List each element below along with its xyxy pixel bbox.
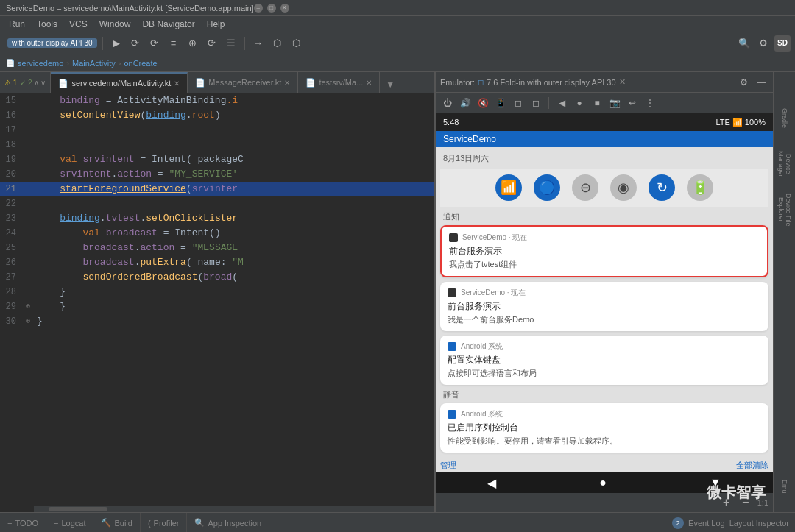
emu-rotate-btn[interactable]: 📱: [493, 96, 508, 110]
emu-stop-btn[interactable]: ●: [572, 96, 587, 110]
toolbar-device2-btn[interactable]: ⬡: [289, 35, 305, 52]
emulator-close-icon[interactable]: ✕: [619, 77, 626, 87]
editor-line-25: 25 broadcast.action = "MESSAGE: [0, 241, 434, 255]
editor-line-22: 22: [0, 196, 434, 211]
layout-inspector-label[interactable]: Layout Inspector: [729, 519, 789, 528]
bottom-tab-profiler[interactable]: ( Profiler: [141, 513, 188, 533]
emu-square-btn[interactable]: ■: [590, 96, 604, 110]
qs-rotate[interactable]: ↻: [649, 174, 675, 201]
close-button[interactable]: ✕: [280, 4, 289, 13]
menu-db-navigator[interactable]: DB Navigator: [136, 18, 200, 31]
emu-undo-btn[interactable]: ↩: [625, 96, 640, 110]
sidebar-tool-gradle[interactable]: Gradle: [775, 96, 794, 141]
toolbar-search-btn[interactable]: 🔍: [736, 35, 752, 52]
emu-screenshot-btn[interactable]: 📷: [607, 96, 622, 110]
bottom-tab-build[interactable]: 🔨 Build: [93, 513, 140, 533]
toolbar-run-btn[interactable]: ▶: [108, 35, 124, 52]
editor-scrollbar[interactable]: [34, 506, 434, 512]
qs-bluetooth[interactable]: 🔵: [534, 174, 560, 201]
notif-body-3: 点按即可选择语言和布局: [448, 368, 761, 379]
toolbar-close-btn[interactable]: SD: [774, 35, 791, 52]
logcat-label: Logcat: [61, 519, 85, 528]
tab-close-mainactivity[interactable]: ✕: [174, 79, 180, 88]
sidebar-tool-emulator[interactable]: Emul: [775, 465, 794, 509]
toolbar-sync3-btn[interactable]: ⟳: [204, 35, 220, 52]
bottom-tab-bar: ≡ TODO ≡ Logcat 🔨 Build ( Profiler 🔍 App…: [0, 512, 795, 532]
emu-zoom-add-btn[interactable]: +: [719, 495, 734, 510]
emulator-settings-btn[interactable]: ⚙: [736, 75, 751, 90]
qs-battery[interactable]: 🔋: [687, 174, 713, 201]
menu-tools[interactable]: Tools: [31, 18, 63, 31]
maximize-button[interactable]: □: [267, 4, 276, 13]
tab-close-messagereceiver[interactable]: ✕: [284, 79, 290, 87]
qs-flashlight[interactable]: ◉: [610, 174, 637, 201]
event-log-label[interactable]: Event Log: [688, 519, 725, 528]
emulator-label: Emulator:: [440, 78, 475, 87]
silent-notif-icon-1: [448, 410, 456, 419]
emu-back-btn[interactable]: ◀: [554, 96, 569, 110]
nav-home-btn[interactable]: ●: [599, 476, 607, 489]
emu-fold-btn[interactable]: ◻: [511, 96, 526, 110]
android-app-header: ServiceDemo: [436, 131, 773, 147]
toolbar-separator-2: [244, 37, 245, 50]
emu-vol-up-btn[interactable]: 🔊: [458, 96, 473, 110]
tab-close-testsrv[interactable]: ✕: [366, 79, 372, 87]
notification-card-3[interactable]: Android 系统 配置实体键盘 点按即可选择语言和布局: [440, 336, 768, 385]
notification-panel[interactable]: 8月13日周六 📶 🔵 ⊖ ◉ ↻ 🔋 通知 ServiceDemo ·: [436, 147, 773, 472]
toolbar-device-btn[interactable]: ⬡: [269, 35, 286, 52]
qs-wifi[interactable]: 📶: [495, 174, 522, 201]
bottom-tab-logcat[interactable]: ≡ Logcat: [46, 513, 93, 533]
minimize-button[interactable]: –: [254, 4, 263, 13]
action-clear-all[interactable]: 全部清除: [736, 460, 768, 471]
menu-window[interactable]: Window: [93, 18, 137, 31]
toolbar-menu-btn[interactable]: ☰: [223, 35, 239, 52]
toolbar-list-btn[interactable]: ≡: [166, 35, 182, 52]
nav-recents-btn[interactable]: ▼: [710, 476, 721, 489]
tab-more-btn[interactable]: ▼: [380, 77, 400, 93]
toolbar-sync2-btn[interactable]: ⟳: [146, 35, 163, 52]
title-text: ServiceDemo – servicedemo\MainActivity.k…: [6, 4, 254, 13]
breadcrumb-servicedemo[interactable]: servicedemo: [18, 59, 63, 68]
sidebar-tool-device-manager[interactable]: Device Manager: [775, 142, 794, 186]
emu-zoom-sub-btn[interactable]: −: [738, 495, 753, 510]
emu-power-btn[interactable]: ⏻: [440, 96, 455, 110]
menu-help[interactable]: Help: [201, 18, 231, 31]
scrollbar-thumb[interactable]: [49, 507, 107, 511]
bottom-tab-todo[interactable]: ≡ TODO: [0, 513, 46, 533]
silent-notif-body-1: 性能受到影响。要停用，请查看引导加载程序。: [448, 436, 761, 447]
menu-run[interactable]: Run: [3, 18, 31, 31]
editor-content: 15 binding = ActivityMainBinding.i 16 se…: [0, 93, 434, 329]
editor-panel[interactable]: 15 binding = ActivityMainBinding.i 16 se…: [0, 93, 434, 512]
qs-dnd[interactable]: ⊖: [572, 174, 598, 201]
action-manage[interactable]: 管理: [440, 460, 456, 471]
menu-bar: Run Tools VCS Window DB Navigator Help: [0, 16, 795, 32]
android-screen: 5:48 LTE 📶 100% ServiceDemo 8月13日周六 📶 🔵: [436, 113, 773, 493]
menu-vcs[interactable]: VCS: [63, 18, 93, 31]
breadcrumb-oncreate[interactable]: onCreate: [124, 59, 157, 68]
notification-card-2[interactable]: ServiceDemo · 现在 前台服务演示 我是一个前台服务Demo: [440, 282, 768, 331]
tab-messagereceiver[interactable]: 📄 MessageReceiver.kt ✕: [188, 72, 298, 93]
notif-icon-1: [449, 233, 458, 242]
breadcrumb-mainactivity[interactable]: MainActivity: [72, 59, 116, 68]
build-label: Build: [114, 519, 132, 528]
notif-title-3: 配置实体键盘: [448, 354, 761, 366]
silent-notif-header-1: Android 系统: [448, 409, 761, 419]
emu-vol-dn-btn[interactable]: 🔇: [476, 96, 490, 110]
toolbar-sync-btn[interactable]: ⟳: [127, 35, 144, 52]
nav-back-btn[interactable]: ◀: [487, 476, 496, 490]
sidebar-tool-device-file-explorer[interactable]: Device File Explorer: [775, 188, 794, 232]
bottom-tab-app-inspection[interactable]: 🔍 App Inspection: [187, 513, 269, 533]
emulator-detach-btn[interactable]: —: [754, 75, 768, 90]
silent-notification-card-1[interactable]: Android 系统 已启用序列控制台 性能受到影响。要停用，请查看引导加载程序…: [440, 403, 768, 453]
tab-testsrv[interactable]: 📄 testsrv/Ma... ✕: [298, 72, 380, 93]
toolbar-add-btn[interactable]: ⊕: [185, 35, 201, 52]
notification-card-1[interactable]: ServiceDemo · 现在 前台服务演示 我点击了tvtest组件: [440, 225, 768, 277]
emulator-toolbar: ⏻ 🔊 🔇 📱 ◻ ◻ ◀ ● ■ 📷 ↩ ⋮: [436, 93, 773, 113]
logcat-icon: ≡: [54, 519, 58, 528]
emu-unfold-btn[interactable]: ◻: [529, 96, 543, 110]
emu-more-btn[interactable]: ⋮: [643, 96, 657, 110]
toolbar-settings-btn[interactable]: ⚙: [755, 35, 771, 52]
editor-line-18: 18: [0, 138, 434, 152]
toolbar-arrow-btn[interactable]: →: [250, 35, 266, 52]
tab-mainactivity[interactable]: 📄 servicedemo/MainActivity.kt ✕: [51, 72, 188, 93]
